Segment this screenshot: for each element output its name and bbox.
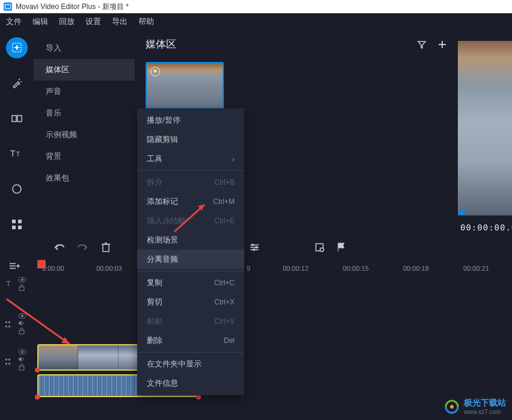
sidebar-sound[interactable]: 声音 — [34, 81, 135, 102]
sidebar-media[interactable]: 媒体区 — [34, 59, 135, 81]
flag-icon[interactable] — [337, 242, 345, 253]
menu-edit[interactable]: 编辑 — [32, 16, 48, 27]
svg-rect-42 — [5, 363, 7, 365]
playhead-icon[interactable] — [37, 260, 46, 268]
ctx-split: 拆分Ctrl+B — [137, 173, 244, 192]
svg-rect-4 — [17, 116, 22, 122]
ruler-time-4: 00:00:15 — [343, 265, 369, 272]
sidebar: 导入 媒体区 声音 音乐 示例视频 背景 效果包 — [34, 30, 135, 235]
add-icon[interactable] — [437, 40, 447, 49]
transition-icon[interactable] — [6, 108, 28, 129]
watermark: 极光下载站 www.xz7.com — [443, 398, 506, 415]
svg-rect-44 — [8, 363, 10, 365]
separator — [137, 352, 244, 353]
audio-handle-l[interactable] — [35, 395, 40, 400]
timeline-ruler[interactable]: 0:00:00 00:00:03 9 00:00:12 00:00:15 00:… — [0, 260, 512, 277]
text-track-icon[interactable]: T — [5, 279, 13, 288]
svg-rect-9 — [18, 220, 22, 223]
ctx-freeze: 插入冻结帧Ctrl+E — [137, 211, 244, 230]
svg-rect-34 — [5, 321, 7, 323]
preview-panel: 00:00:00.0 — [458, 30, 512, 235]
ctx-cut[interactable]: 剪切Ctrl+X — [137, 292, 244, 312]
sticker-icon[interactable] — [6, 179, 28, 200]
left-iconbar: TT — [0, 30, 34, 235]
svg-rect-14 — [103, 244, 109, 252]
ctx-delete[interactable]: 删除Del — [137, 331, 244, 350]
clip-handle-l[interactable] — [35, 368, 40, 372]
chevron-right-icon: › — [232, 155, 235, 164]
ctx-paste: 粘贴Ctrl+V — [137, 312, 244, 331]
apps-icon[interactable] — [6, 214, 28, 235]
menu-playback[interactable]: 回放 — [59, 16, 75, 27]
undo-icon[interactable] — [53, 242, 65, 252]
ctx-play-pause[interactable]: 播放/暂停 — [137, 111, 244, 130]
magic-icon[interactable] — [6, 73, 28, 94]
preview-playhead[interactable] — [459, 209, 465, 215]
text-icon[interactable]: TT — [6, 143, 28, 164]
ctx-detect-scene[interactable]: 检测场景 — [137, 230, 244, 250]
trash-icon[interactable] — [101, 242, 111, 253]
add-track-icon[interactable] — [8, 261, 20, 271]
separator — [137, 170, 244, 171]
sidebar-import[interactable]: 导入 — [34, 37, 135, 59]
sidebar-sample[interactable]: 示例视频 — [34, 124, 135, 146]
redo-icon[interactable] — [77, 242, 89, 252]
svg-rect-41 — [5, 359, 7, 360]
svg-rect-47 — [19, 366, 24, 370]
svg-rect-36 — [8, 321, 10, 323]
context-menu: 播放/暂停 隐藏剪辑 工具› 拆分Ctrl+B 添加标记Ctrl+M 插入冻结帧… — [137, 108, 244, 395]
titlebar: Movavi Video Editor Plus - 新项目 * — [0, 0, 512, 13]
ctx-show-folder[interactable]: 在文件夹中显示 — [137, 354, 244, 374]
import-icon[interactable] — [6, 37, 28, 58]
audio-handle-r[interactable] — [196, 395, 201, 400]
svg-point-39 — [21, 315, 23, 317]
sliders-icon[interactable] — [249, 242, 260, 252]
app-icon — [4, 2, 12, 11]
ctx-copy[interactable]: 复制Ctrl+C — [137, 273, 244, 292]
timeline-toolbar — [0, 235, 512, 260]
volume-icon[interactable] — [18, 320, 26, 326]
menu-file[interactable]: 文件 — [6, 16, 22, 27]
svg-text:T: T — [16, 151, 20, 158]
timeline: 0:00:00 00:00:03 9 00:00:12 00:00:15 00:… — [0, 260, 512, 420]
svg-point-22 — [253, 249, 255, 251]
svg-point-24 — [320, 248, 324, 252]
svg-text:T: T — [6, 279, 11, 288]
media-title: 媒体区 — [146, 37, 176, 51]
lock-icon[interactable] — [18, 284, 26, 291]
media-thumbnail[interactable] — [146, 62, 224, 109]
ctx-separate-audio[interactable]: 分离音频 — [137, 250, 244, 269]
filter-icon[interactable] — [417, 40, 427, 49]
preview-image[interactable]: 00:00:00.0 — [458, 30, 512, 215]
volume-icon-2[interactable] — [18, 356, 26, 362]
svg-rect-37 — [8, 326, 10, 327]
eye-icon[interactable] — [18, 277, 26, 283]
menu-export[interactable]: 导出 — [112, 16, 128, 27]
lock-icon-2[interactable] — [18, 327, 26, 335]
menu-settings[interactable]: 设置 — [85, 16, 101, 27]
svg-rect-35 — [5, 326, 7, 327]
eye-icon-2[interactable] — [18, 313, 26, 319]
sidebar-effects[interactable]: 效果包 — [34, 167, 135, 189]
ruler-time-3: 00:00:12 — [283, 265, 309, 272]
lock-icon-3[interactable] — [18, 363, 26, 371]
svg-rect-33 — [19, 287, 24, 291]
svg-rect-40 — [19, 330, 24, 334]
watermark-name: 极光下载站 — [464, 398, 506, 409]
svg-text:T: T — [10, 149, 16, 158]
ctx-file-info[interactable]: 文件信息 — [137, 374, 244, 393]
menu-help[interactable]: 帮助 — [138, 16, 154, 27]
track-handle-1[interactable] — [5, 320, 13, 329]
sidebar-background[interactable]: 背景 — [34, 146, 135, 167]
ruler-time-2: 9 — [247, 265, 250, 272]
eye-icon-3[interactable] — [18, 349, 26, 355]
track-handle-2[interactable] — [5, 357, 13, 366]
ctx-hide-clip[interactable]: 隐藏剪辑 — [137, 130, 244, 149]
svg-point-52 — [450, 405, 454, 409]
ctx-tools[interactable]: 工具› — [137, 149, 244, 168]
sidebar-music[interactable]: 音乐 — [34, 102, 135, 124]
ctx-add-marker[interactable]: 添加标记Ctrl+M — [137, 192, 244, 211]
svg-point-21 — [255, 246, 258, 249]
separator — [137, 271, 244, 271]
crop-icon[interactable] — [314, 242, 325, 253]
